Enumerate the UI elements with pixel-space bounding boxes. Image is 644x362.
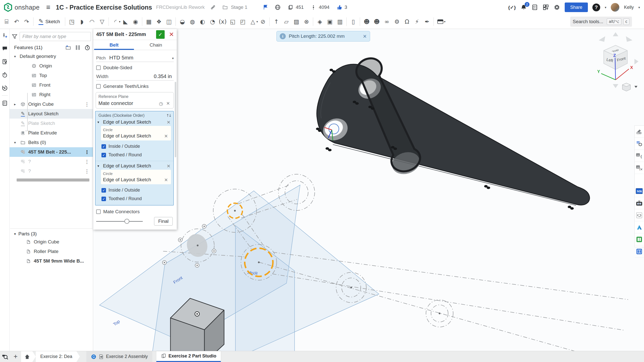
drag-handle-icon[interactable]: ⋮	[85, 159, 89, 164]
part-item[interactable]: Origin Cube	[10, 237, 93, 247]
face-split-icon[interactable]: ◰	[238, 16, 248, 27]
user-caret-icon[interactable]: ▾	[638, 6, 640, 9]
mate-connectors-box-icon[interactable]	[96, 209, 101, 214]
timer-icon[interactable]	[0, 68, 10, 81]
revolve-icon[interactable]: ◗	[77, 16, 87, 27]
tab-partstudio[interactable]: Exercise 2 Part Studio	[156, 351, 221, 362]
reference-plane-value[interactable]: Mate connector	[98, 100, 159, 106]
history-icon[interactable]	[0, 81, 10, 94]
featurescript-robot-b-icon[interactable]: ☻	[372, 16, 382, 27]
pitch-select[interactable]: Pitch HTD 5mm ▾	[96, 55, 174, 62]
notifications-bell-icon[interactable]: 2	[520, 4, 527, 11]
mate-connector-add-icon[interactable]	[0, 29, 10, 42]
variable-icon[interactable]: (x)	[218, 16, 228, 27]
tab-chain[interactable]: Chain	[135, 40, 177, 50]
checkbox-icon[interactable]: ✓	[101, 188, 106, 193]
mirror-icon[interactable]: ◫	[164, 16, 174, 27]
mate-connectors-checkbox[interactable]: Mate Connectors	[96, 209, 174, 214]
linear-pattern-icon[interactable]: ▦	[144, 16, 154, 27]
feature-item-right[interactable]: Right	[10, 90, 93, 99]
guide-group-remove-icon[interactable]: ✕	[166, 163, 171, 169]
confirm-button[interactable]: ✓	[156, 30, 165, 39]
feature-item-layout-sketch[interactable]: ✎Layout Sketch	[10, 109, 93, 119]
guide-group-remove-icon[interactable]: ✕	[166, 120, 171, 125]
parts-chevron-icon[interactable]: ▾	[14, 232, 16, 236]
feature-item-top[interactable]: Top	[10, 71, 93, 80]
width-value[interactable]: 0.354 in	[114, 74, 174, 79]
generate-teeth-checkbox[interactable]: Generate Teeth/Links	[96, 84, 174, 89]
width-field[interactable]: Width 0.354 in	[96, 74, 174, 81]
filter-input[interactable]	[20, 32, 91, 41]
tasks-icon[interactable]	[531, 4, 538, 11]
chevron-right-icon[interactable]: ▸	[14, 102, 20, 106]
double-sided-checkbox[interactable]: Double-Sided	[96, 65, 174, 70]
custom-features-caret-icon[interactable]: ▾	[444, 20, 445, 23]
blue-book-icon[interactable]	[635, 245, 644, 258]
community-wheel-icon[interactable]	[554, 4, 560, 11]
share-button[interactable]: Share	[565, 3, 588, 12]
composite-icon[interactable]: ▣	[325, 16, 335, 27]
document-title[interactable]: 1C - Practice Exercise Solutions	[56, 4, 152, 11]
guide-option-checkbox[interactable]: ✓Toothed / Round	[101, 196, 171, 201]
marker-tool-icon[interactable]: ✒	[422, 16, 432, 27]
user-name[interactable]: Kelly	[624, 5, 634, 10]
feature-item-45t-5m-belt-225[interactable]: 45T 5M Belt - 225...⋮	[10, 147, 93, 157]
helix-icon[interactable]: ◔	[207, 16, 218, 27]
electrical-tool-icon[interactable]: ⚡	[412, 16, 422, 27]
search-tabs-icon[interactable]	[0, 353, 10, 360]
featurescript-icon[interactable]: {✓}	[508, 5, 516, 10]
belt-tool-icon[interactable]: ∞	[382, 16, 392, 27]
drag-handle-icon[interactable]: ⋮	[85, 149, 89, 155]
guide-option-checkbox[interactable]: ✓Inside / Outside	[101, 188, 171, 193]
redo-icon[interactable]: ↷	[22, 16, 32, 27]
guide-selection-box[interactable]: CircleEdge of Layout Sketch✕	[101, 170, 171, 184]
azure-docs-icon[interactable]	[635, 221, 644, 233]
pitch-value[interactable]: HTD 5mm	[109, 55, 172, 61]
double-sided-box-icon[interactable]	[96, 65, 101, 70]
guide-selection-box[interactable]: CircleEdge of Layout Sketch✕	[101, 126, 171, 140]
bom-table-icon[interactable]	[635, 138, 644, 150]
offset-surface-icon[interactable]: ▱	[281, 16, 291, 27]
fill-surface-icon[interactable]: ▨	[291, 16, 301, 27]
reference-plane-clear-icon[interactable]: ✕	[165, 101, 171, 106]
onshape-logo-icon[interactable]	[4, 3, 13, 12]
copies-stat[interactable]: 451	[287, 4, 304, 11]
toast-close-icon[interactable]: ✕	[363, 33, 367, 39]
guide-option-checkbox[interactable]: ✓Toothed / Round	[101, 152, 171, 158]
move-face-icon[interactable]: ↑	[271, 16, 281, 27]
sheet-metal-icon[interactable]: ▥	[335, 16, 345, 27]
guide-entity-remove-icon[interactable]: ✕	[163, 177, 169, 183]
view-cube[interactable]: Top Left Front Z X Y	[592, 31, 643, 92]
chain-tool-icon[interactable]: Ω	[402, 16, 412, 27]
pitch-caret-icon[interactable]: ▾	[172, 56, 174, 60]
robot-library-icon[interactable]	[635, 197, 644, 209]
rollback-slider[interactable]	[96, 219, 143, 224]
featurescript-robot-a-icon[interactable]: ☻	[362, 16, 372, 27]
split-icon[interactable]: ◱	[228, 16, 238, 27]
cancel-button[interactable]: ✕	[167, 30, 176, 39]
panel-toggle-icon[interactable]: ⌸	[2, 16, 12, 27]
link-icon[interactable]	[209, 4, 217, 11]
guide-entity-value[interactable]: Edge of Layout Sketch	[103, 177, 163, 183]
tab-belt[interactable]: Belt	[93, 40, 135, 50]
drag-handle-icon[interactable]: ⋮	[85, 168, 89, 174]
feature-item-plate-sketch[interactable]: ✎Plate Sketch	[10, 119, 93, 128]
checklist-icon[interactable]	[0, 97, 10, 110]
document-notes-icon[interactable]	[0, 55, 10, 68]
search-tools-label[interactable]: Search tools...	[573, 19, 603, 24]
roller-plate-part[interactable]	[316, 58, 590, 210]
chamfer-icon[interactable]: ◣	[120, 16, 130, 27]
loft-icon[interactable]: ▽	[97, 16, 107, 27]
final-button[interactable]: Final	[154, 217, 173, 226]
origin-marker[interactable]	[195, 312, 199, 316]
extrude-icon[interactable]: ◳	[67, 16, 77, 27]
add-folder-icon[interactable]	[65, 45, 71, 51]
rollback-clock-icon[interactable]	[84, 45, 90, 51]
feature-item-origin-cube[interactable]: ▸Origin Cube⋮	[10, 99, 93, 109]
app-name[interactable]: onshape	[15, 4, 40, 11]
primitive-icon[interactable]: ◈	[315, 16, 325, 27]
help-icon[interactable]: ?	[592, 4, 600, 11]
dialog-title[interactable]: 45T 5M Belt - 225mm	[96, 31, 156, 37]
derived-icon[interactable]: ◒	[177, 16, 187, 27]
search-tools[interactable]: Search tools... alt/⌥ c	[570, 17, 632, 27]
